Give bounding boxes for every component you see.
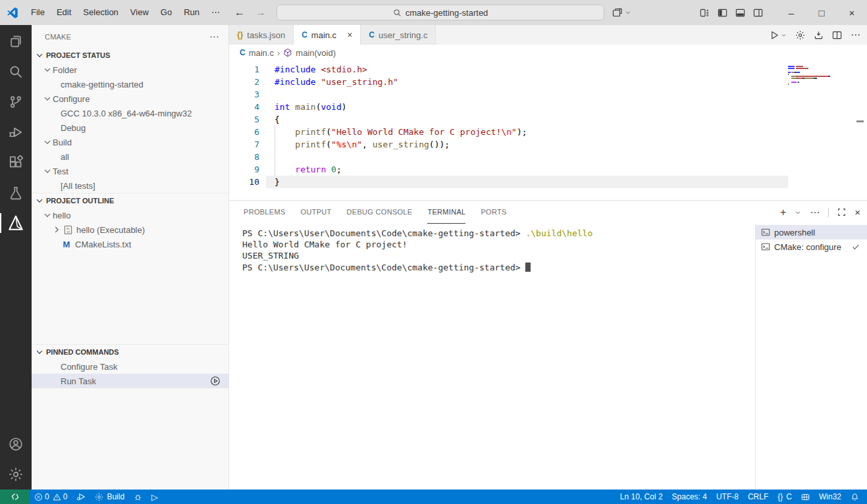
toggle-primary-sidebar-icon[interactable] — [714, 0, 731, 25]
cmake-view-icon[interactable] — [0, 208, 32, 238]
eol-status[interactable]: CRLF — [743, 490, 773, 504]
minimize-button[interactable]: – — [776, 0, 806, 25]
menu-run[interactable]: Run — [178, 4, 205, 21]
code-line-9[interactable]: 9 return 0; — [229, 163, 867, 176]
tree-item-all-tests[interactable]: [All tests] — [32, 178, 228, 193]
menu-file[interactable]: File — [25, 4, 51, 21]
open-remote-window-icon[interactable] — [612, 7, 623, 18]
terminal-dropdown-chevron-icon[interactable] — [795, 209, 801, 216]
terminal-text: USER_STRING — [242, 251, 299, 261]
more-actions-icon[interactable]: ⋯ — [851, 29, 860, 41]
code-line-6[interactable]: 6 printf("Hello World CMake for C projec… — [229, 126, 867, 138]
panel-tab-terminal[interactable]: TERMINAL — [427, 201, 465, 224]
chevron-down-icon[interactable] — [625, 9, 631, 16]
debug-configure-gear-icon[interactable] — [795, 30, 805, 40]
search-view-icon[interactable] — [0, 57, 32, 87]
code-line-3[interactable]: 3 — [229, 88, 867, 101]
tree-item-configure-task[interactable]: Configure Task — [32, 359, 228, 374]
code-line-2[interactable]: 2#include "user_string.h" — [229, 76, 867, 88]
close-button[interactable]: × — [837, 0, 867, 25]
toggle-secondary-sidebar-icon[interactable] — [749, 0, 767, 25]
remote-indicator[interactable] — [0, 490, 30, 504]
c-file-icon: C — [302, 30, 307, 39]
section-header-project-outline[interactable]: PROJECT OUTLINE — [32, 193, 228, 208]
code-line-8[interactable]: 8 — [229, 151, 867, 163]
run-task-play-icon[interactable] — [210, 376, 221, 386]
menu-more-icon[interactable]: ⋯ — [205, 4, 226, 21]
command-center-search[interactable]: cmake-getting-started — [276, 5, 604, 20]
tree-item-all[interactable]: all — [32, 149, 228, 164]
terminal-list-item-cmake-configure[interactable]: CMake: configure — [756, 239, 867, 254]
section-header-pinned-commands[interactable]: PINNED COMMANDS — [32, 345, 228, 359]
toggle-panel-icon[interactable] — [731, 0, 749, 25]
code-line-7[interactable]: 7 printf("%s\n", user_string()); — [229, 138, 867, 151]
close-panel-icon[interactable]: × — [854, 207, 860, 218]
maximize-panel-icon[interactable] — [837, 208, 846, 216]
language-mode[interactable]: {}C — [773, 490, 797, 504]
back-icon[interactable]: ← — [234, 7, 245, 18]
code-line-4[interactable]: 4int main(void) — [229, 101, 867, 113]
split-editor-icon[interactable] — [832, 30, 842, 40]
scrollbar-handle[interactable] — [856, 120, 864, 122]
tree-item-cmakelists-txt[interactable]: MCMakeLists.txt — [32, 237, 228, 251]
maximize-button[interactable]: □ — [806, 0, 837, 25]
terminal-output[interactable]: PS C:\Users\User\Documents\Code\cmake-ge… — [229, 224, 755, 490]
cursor-position[interactable]: Ln 10, Col 2 — [616, 490, 668, 504]
explorer-icon[interactable] — [0, 26, 32, 57]
code-line-5[interactable]: 5{ — [229, 113, 867, 126]
run-below-icon[interactable] — [814, 30, 824, 40]
source-control-icon[interactable] — [0, 87, 32, 117]
tree-item-hello-executable[interactable]: 0110hello (Executable) — [32, 222, 228, 237]
tree-item-gcc-10-3-0-x86-64-w64-mingw32[interactable]: GCC 10.3.0 x86_64-w64-mingw32 — [32, 106, 228, 120]
problems-status[interactable]: 0 0 — [30, 490, 72, 504]
code-line-10[interactable]: 10} — [229, 176, 867, 188]
indentation-status[interactable]: Spaces: 4 — [668, 490, 712, 504]
more-actions-icon[interactable]: ⋯ — [209, 31, 219, 43]
testing-icon[interactable] — [0, 178, 32, 208]
cmake-build-button[interactable]: Build — [90, 490, 129, 504]
minimap[interactable] — [788, 66, 831, 86]
run-c-file-button[interactable] — [770, 30, 787, 40]
tab-main-c[interactable]: Cmain.c× — [294, 25, 361, 45]
platform-status[interactable]: Win32 — [814, 490, 846, 504]
menu-selection[interactable]: Selection — [77, 4, 124, 21]
encoding-status[interactable]: UTF-8 — [712, 490, 743, 504]
extensions-icon[interactable] — [0, 147, 32, 178]
accounts-icon[interactable] — [0, 429, 32, 459]
tree-item-cmake-getting-started[interactable]: cmake-getting-started — [32, 77, 228, 91]
panel-tab-debug-console[interactable]: DEBUG CONSOLE — [347, 201, 413, 224]
breadcrumb-file[interactable]: main.c — [249, 48, 274, 58]
new-terminal-icon[interactable]: + — [780, 207, 786, 218]
breadcrumb-symbol[interactable]: main(void) — [296, 48, 336, 58]
menu-view[interactable]: View — [124, 4, 155, 21]
panel-tab-ports[interactable]: PORTS — [481, 201, 506, 224]
launch-target-play-icon[interactable]: ▷ — [147, 490, 163, 504]
panel-tab-problems[interactable]: PROBLEMS — [244, 201, 286, 224]
notifications-bell-icon[interactable] — [846, 490, 867, 504]
tree-item-folder[interactable]: Folder — [32, 63, 228, 77]
customize-layout-icon[interactable] — [696, 0, 714, 25]
tree-item-build[interactable]: Build — [32, 135, 228, 149]
tree-item-configure[interactable]: Configure — [32, 91, 228, 106]
panel-tab-output[interactable]: OUTPUT — [301, 201, 332, 224]
debug-target-bug-icon[interactable] — [129, 490, 147, 504]
close-tab-icon[interactable]: × — [347, 30, 352, 40]
tree-item-run-task[interactable]: Run Task — [32, 374, 228, 388]
tree-item-debug[interactable]: Debug — [32, 120, 228, 135]
panel-more-actions-icon[interactable]: ⋯ — [810, 207, 820, 218]
settings-gear-icon[interactable] — [0, 459, 32, 490]
tab-tasks-json[interactable]: {}tasks.json — [229, 25, 294, 45]
code-editor[interactable]: 1#include <stdio.h>2#include "user_strin… — [229, 61, 867, 200]
forward-icon[interactable]: → — [255, 7, 266, 18]
cmake-launch-icon[interactable] — [72, 490, 90, 504]
code-line-1[interactable]: 1#include <stdio.h> — [229, 63, 867, 76]
menu-edit[interactable]: Edit — [51, 4, 77, 21]
section-header-project-status[interactable]: PROJECT STATUS — [32, 48, 228, 63]
tree-item-test[interactable]: Test — [32, 164, 228, 178]
tree-item-hello[interactable]: hello — [32, 208, 228, 222]
feedback-grid-icon[interactable] — [797, 490, 814, 504]
terminal-list-item-powershell[interactable]: powershell — [756, 225, 867, 239]
menu-go[interactable]: Go — [155, 4, 178, 21]
tab-user-string-c[interactable]: Cuser_string.c — [361, 25, 436, 45]
run-and-debug-icon[interactable] — [0, 117, 32, 147]
